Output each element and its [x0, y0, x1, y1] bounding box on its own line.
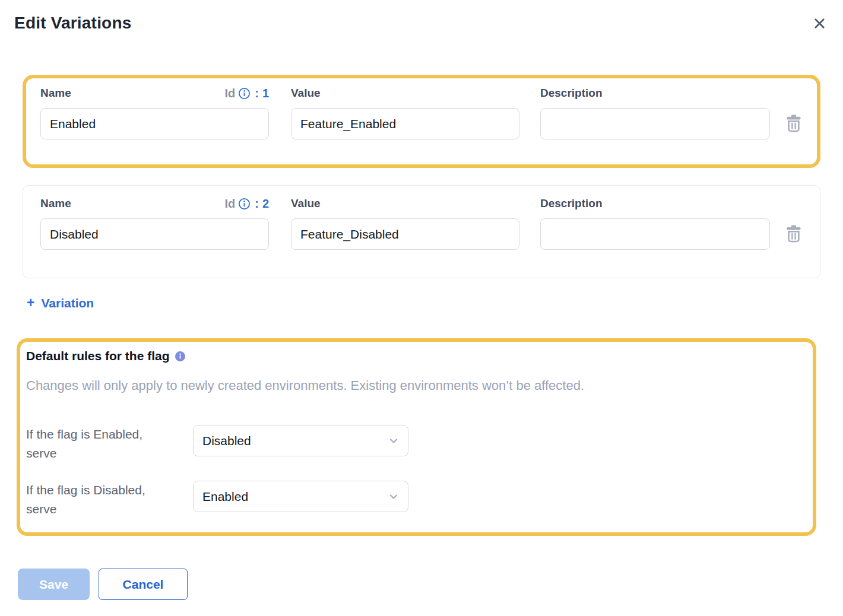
- variation-id-badge: Id : 1: [224, 87, 269, 100]
- close-icon[interactable]: [810, 14, 829, 33]
- delete-variation-button[interactable]: [785, 115, 802, 132]
- rule-row-enabled: If the flag is Enabled, serve Disabled: [26, 425, 801, 463]
- add-variation-label: Variation: [41, 296, 94, 310]
- rule-row-disabled: If the flag is Disabled, serve Enabled: [26, 481, 801, 519]
- chevron-down-icon: [388, 436, 399, 446]
- variation-id-badge: Id : 2: [224, 197, 269, 211]
- save-button[interactable]: Save: [18, 569, 90, 600]
- delete-variation-button[interactable]: [785, 225, 802, 243]
- name-label: Name: [40, 197, 71, 210]
- info-icon[interactable]: [238, 198, 251, 210]
- id-value: 2: [262, 197, 269, 211]
- value-label: Value: [291, 197, 321, 210]
- info-icon[interactable]: [238, 87, 251, 100]
- rule-label: If the flag is Disabled, serve: [26, 481, 167, 519]
- dialog-header: Edit Variations: [11, 13, 829, 33]
- id-label: Id: [224, 197, 235, 211]
- id-separator: :: [255, 87, 259, 100]
- default-rules-title: Default rules for the flag: [26, 349, 170, 363]
- name-field: Name Id : 2: [40, 196, 269, 250]
- variation-card-2: Name Id : 2 Value Description: [23, 185, 820, 278]
- variation-value-input[interactable]: [291, 218, 519, 250]
- value-label: Value: [291, 87, 321, 100]
- dialog-footer: Save Cancel: [18, 569, 829, 600]
- variation-name-input[interactable]: [40, 218, 269, 250]
- id-separator: :: [255, 197, 259, 211]
- default-rules-note: Changes will only apply to newly created…: [26, 378, 801, 393]
- variation-description-input[interactable]: [540, 108, 770, 139]
- trash-icon: [785, 115, 802, 132]
- trash-icon: [785, 225, 802, 243]
- variation-value-input[interactable]: [291, 108, 519, 139]
- variation-name-input[interactable]: [40, 108, 269, 139]
- serve-variation-select[interactable]: Enabled: [193, 481, 408, 512]
- variation-description-input[interactable]: [540, 218, 770, 250]
- value-field: Value: [291, 86, 519, 139]
- page-title: Edit Variations: [14, 13, 132, 33]
- name-label: Name: [40, 87, 71, 100]
- name-field: Name Id : 1: [40, 86, 269, 139]
- id-label: Id: [224, 87, 235, 100]
- cancel-button[interactable]: Cancel: [99, 569, 188, 600]
- edit-variations-dialog: Edit Variations Name Id : 1 Val: [0, 0, 843, 600]
- description-field: Description: [540, 196, 770, 250]
- description-label: Description: [540, 87, 603, 100]
- default-rules-section: Default rules for the flag Changes will …: [17, 338, 816, 536]
- rule-label: If the flag is Enabled, serve: [26, 425, 167, 463]
- id-value: 1: [262, 87, 269, 100]
- selected-variation: Disabled: [202, 434, 251, 448]
- serve-variation-select[interactable]: Disabled: [193, 425, 408, 456]
- chevron-down-icon: [388, 491, 399, 502]
- description-label: Description: [540, 197, 603, 210]
- description-field: Description: [540, 86, 770, 139]
- variation-card-1: Name Id : 1 Value Description: [23, 75, 820, 168]
- add-variation-button[interactable]: + Variation: [27, 295, 94, 311]
- info-icon[interactable]: [175, 351, 185, 361]
- value-field: Value: [291, 196, 519, 250]
- selected-variation: Enabled: [202, 490, 248, 504]
- plus-icon: +: [27, 295, 34, 311]
